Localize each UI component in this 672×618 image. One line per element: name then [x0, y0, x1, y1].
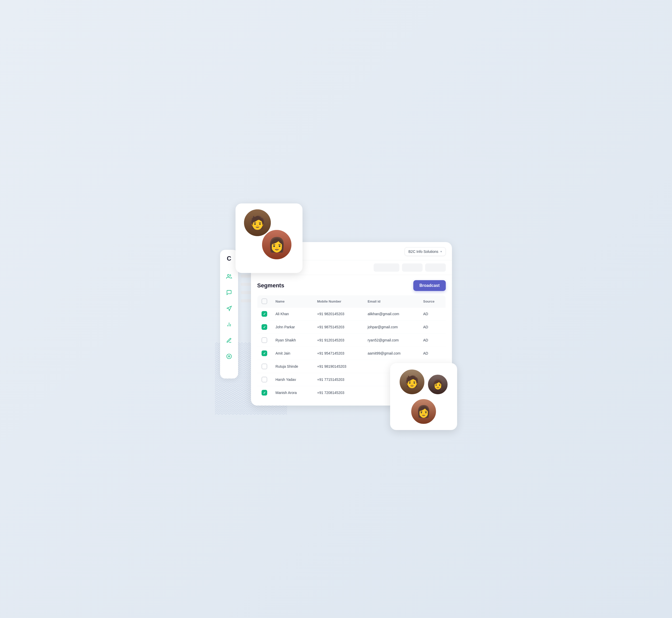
cell-mobile: +91 9120145203 [313, 334, 363, 347]
avatar-man-1: 🧑 [243, 209, 272, 237]
cell-name: Rutuja Shinde [271, 360, 313, 373]
cell-name: Manish Arora [271, 386, 313, 399]
cell-source: AD [419, 334, 445, 347]
svg-marker-2 [227, 306, 231, 311]
cell-mobile: +91 9875145203 [313, 321, 363, 334]
cell-source: AD [419, 307, 445, 321]
row-checkbox[interactable] [261, 337, 267, 343]
table-row: John Parkar+91 9875145203johpar@gmail.co… [257, 321, 446, 334]
col-checkbox [257, 295, 272, 307]
cell-mobile: +91 9547145203 [313, 347, 363, 360]
group-avatar-1: 🧑 [399, 369, 425, 395]
group-avatar-2: 👩 [427, 374, 448, 395]
cell-name: John Parkar [271, 321, 313, 334]
segments-header: Segments Broadcast [251, 275, 452, 295]
cell-email: ryan52@gmail.com [363, 334, 419, 347]
col-email: Email id [363, 295, 419, 307]
cell-source: AD [419, 321, 445, 334]
filter-pill-5[interactable] [425, 264, 446, 272]
cell-checkbox [257, 334, 272, 347]
cell-checkbox [257, 386, 272, 399]
avatar-group-card: 🧑 👩 👩 [390, 363, 457, 430]
row-checkbox[interactable] [261, 364, 267, 369]
cell-mobile: +91 7208145203 [313, 386, 363, 399]
company-name: B2C Info Solutions [408, 249, 438, 253]
cell-mobile: +91 9820145203 [313, 307, 363, 321]
table-header-row: Name Mobile Number Email id Source [257, 295, 446, 307]
cell-name: Ali Khan [271, 307, 313, 321]
cell-mobile: +91 7715145203 [313, 373, 363, 386]
filter-pill-3[interactable] [373, 264, 399, 272]
row-checkbox[interactable] [261, 311, 267, 317]
svg-point-1 [228, 275, 229, 276]
cell-name: Amit Jain [271, 347, 313, 360]
group-avatar-3: 👩 [411, 399, 436, 424]
cell-email: aamit99@gmail.com [363, 347, 419, 360]
sidebar-item-contacts[interactable] [225, 273, 233, 281]
sidebar-item-chat[interactable] [225, 288, 233, 297]
sidebar-logo: C [227, 255, 231, 262]
cell-checkbox [257, 307, 272, 321]
table-row: Ali Khan+91 9820145203alikhan@gmail.comA… [257, 307, 446, 321]
cell-checkbox [257, 321, 272, 334]
sidebar-item-video[interactable] [225, 352, 233, 360]
header-checkbox[interactable] [261, 298, 267, 304]
table-row: Amit Jain+91 9547145203aamit99@gmail.com… [257, 347, 446, 360]
cell-checkbox [257, 360, 272, 373]
broadcast-button[interactable]: Broadcast [413, 280, 446, 291]
row-checkbox[interactable] [261, 350, 267, 356]
row-checkbox[interactable] [261, 377, 267, 382]
row-checkbox[interactable] [261, 390, 267, 396]
svg-point-7 [228, 355, 230, 357]
cell-checkbox [257, 373, 272, 386]
cell-source: AD [419, 347, 445, 360]
segments-title: Segments [257, 282, 284, 289]
scene: 🧑 👩 C [220, 203, 452, 415]
cell-mobile: +91 98190145203 [313, 360, 363, 373]
row-checkbox[interactable] [261, 324, 267, 330]
sidebar-item-forms[interactable] [225, 336, 233, 344]
cell-name: Ryan Shaikh [271, 334, 313, 347]
sidebar-item-campaign[interactable] [225, 304, 233, 313]
cell-email: alikhan@gmail.com [363, 307, 419, 321]
cell-name: Harsh Yadav [271, 373, 313, 386]
avatar-card-top: 🧑 👩 [236, 203, 303, 273]
cell-email: johpar@gmail.com [363, 321, 419, 334]
sidebar: C [220, 250, 238, 379]
filter-pill-4[interactable] [402, 264, 423, 272]
chevron-down-icon: ▾ [440, 250, 442, 253]
company-selector[interactable]: B2C Info Solutions ▾ [405, 247, 446, 256]
svg-point-6 [227, 354, 231, 359]
col-mobile: Mobile Number [313, 295, 363, 307]
sidebar-item-analytics[interactable] [225, 320, 233, 329]
table-row: Ryan Shaikh+91 9120145203ryan52@gmail.co… [257, 334, 446, 347]
cell-checkbox [257, 347, 272, 360]
col-name: Name [271, 295, 313, 307]
col-source: Source [419, 295, 445, 307]
